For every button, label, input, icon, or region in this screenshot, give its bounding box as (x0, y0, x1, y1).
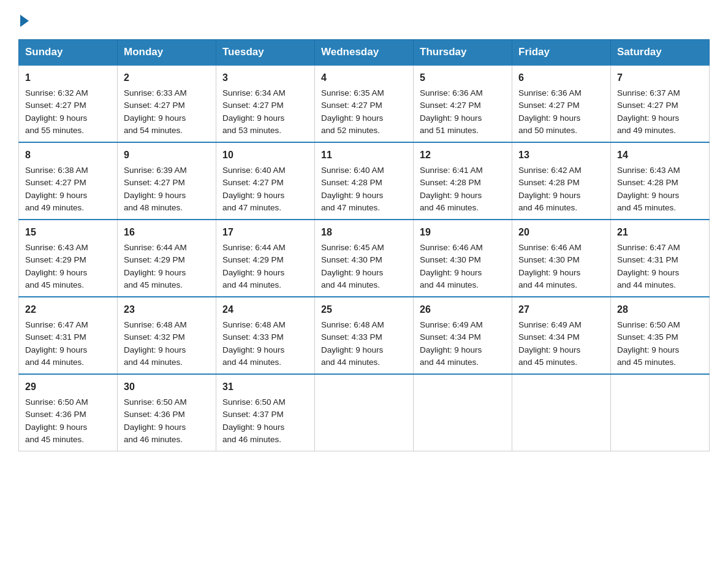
day-number: 21 (617, 225, 703, 240)
calendar-cell (315, 374, 414, 451)
calendar-cell: 24Sunrise: 6:48 AMSunset: 4:33 PMDayligh… (216, 297, 315, 374)
day-number: 13 (518, 148, 604, 163)
calendar-week-row: 29Sunrise: 6:50 AMSunset: 4:36 PMDayligh… (19, 374, 710, 451)
calendar-cell: 28Sunrise: 6:50 AMSunset: 4:35 PMDayligh… (611, 297, 710, 374)
day-number: 29 (25, 380, 111, 394)
day-number: 18 (321, 225, 407, 240)
calendar-cell: 18Sunrise: 6:45 AMSunset: 4:30 PMDayligh… (315, 220, 414, 297)
calendar-cell: 1Sunrise: 6:32 AMSunset: 4:27 PMDaylight… (19, 65, 118, 142)
calendar-week-row: 8Sunrise: 6:38 AMSunset: 4:27 PMDaylight… (19, 142, 710, 220)
calendar-cell: 29Sunrise: 6:50 AMSunset: 4:36 PMDayligh… (19, 374, 118, 451)
calendar-cell: 11Sunrise: 6:40 AMSunset: 4:28 PMDayligh… (315, 142, 414, 220)
page-header (18, 12, 710, 27)
calendar-cell (414, 374, 512, 451)
column-header-wednesday: Wednesday (315, 40, 414, 66)
calendar-cell: 3Sunrise: 6:34 AMSunset: 4:27 PMDaylight… (216, 65, 315, 142)
day-number: 7 (617, 71, 703, 85)
day-number: 5 (420, 71, 506, 85)
day-number: 11 (321, 148, 407, 163)
calendar-table: SundayMondayTuesdayWednesdayThursdayFrid… (18, 39, 710, 451)
day-number: 24 (222, 302, 308, 317)
calendar-week-row: 1Sunrise: 6:32 AMSunset: 4:27 PMDaylight… (19, 65, 710, 142)
column-header-saturday: Saturday (611, 40, 710, 66)
calendar-cell: 13Sunrise: 6:42 AMSunset: 4:28 PMDayligh… (512, 142, 611, 220)
calendar-cell: 21Sunrise: 6:47 AMSunset: 4:31 PMDayligh… (611, 220, 710, 297)
calendar-week-row: 22Sunrise: 6:47 AMSunset: 4:31 PMDayligh… (19, 297, 710, 374)
day-number: 27 (518, 302, 604, 317)
day-number: 23 (124, 302, 210, 317)
day-number: 4 (321, 71, 407, 85)
calendar-cell: 30Sunrise: 6:50 AMSunset: 4:36 PMDayligh… (118, 374, 216, 451)
calendar-cell: 6Sunrise: 6:36 AMSunset: 4:27 PMDaylight… (512, 65, 611, 142)
day-number: 16 (124, 225, 210, 240)
calendar-cell: 20Sunrise: 6:46 AMSunset: 4:30 PMDayligh… (512, 220, 611, 297)
column-header-monday: Monday (118, 40, 216, 66)
calendar-cell: 17Sunrise: 6:44 AMSunset: 4:29 PMDayligh… (216, 220, 315, 297)
calendar-cell: 26Sunrise: 6:49 AMSunset: 4:34 PMDayligh… (414, 297, 512, 374)
day-number: 30 (124, 380, 210, 394)
day-number: 6 (518, 71, 604, 85)
day-number: 1 (25, 71, 111, 85)
day-number: 8 (25, 148, 111, 163)
calendar-cell: 22Sunrise: 6:47 AMSunset: 4:31 PMDayligh… (19, 297, 118, 374)
calendar-cell: 5Sunrise: 6:36 AMSunset: 4:27 PMDaylight… (414, 65, 512, 142)
day-number: 19 (420, 225, 506, 240)
day-number: 15 (25, 225, 111, 240)
calendar-cell: 23Sunrise: 6:48 AMSunset: 4:32 PMDayligh… (118, 297, 216, 374)
logo (18, 12, 29, 27)
column-header-sunday: Sunday (19, 40, 118, 66)
calendar-header-row: SundayMondayTuesdayWednesdayThursdayFrid… (19, 40, 710, 66)
calendar-cell: 25Sunrise: 6:48 AMSunset: 4:33 PMDayligh… (315, 297, 414, 374)
day-number: 20 (518, 225, 604, 240)
column-header-friday: Friday (512, 40, 611, 66)
day-number: 25 (321, 302, 407, 317)
day-number: 2 (124, 71, 210, 85)
calendar-cell: 10Sunrise: 6:40 AMSunset: 4:27 PMDayligh… (216, 142, 315, 220)
calendar-cell (512, 374, 611, 451)
calendar-cell: 7Sunrise: 6:37 AMSunset: 4:27 PMDaylight… (611, 65, 710, 142)
column-header-tuesday: Tuesday (216, 40, 315, 66)
day-number: 10 (222, 148, 308, 163)
day-number: 28 (617, 302, 703, 317)
calendar-cell: 2Sunrise: 6:33 AMSunset: 4:27 PMDaylight… (118, 65, 216, 142)
calendar-cell: 19Sunrise: 6:46 AMSunset: 4:30 PMDayligh… (414, 220, 512, 297)
day-number: 31 (222, 380, 308, 394)
column-header-thursday: Thursday (414, 40, 512, 66)
calendar-cell: 15Sunrise: 6:43 AMSunset: 4:29 PMDayligh… (19, 220, 118, 297)
calendar-cell: 8Sunrise: 6:38 AMSunset: 4:27 PMDaylight… (19, 142, 118, 220)
day-number: 17 (222, 225, 308, 240)
calendar-cell (611, 374, 710, 451)
calendar-cell: 14Sunrise: 6:43 AMSunset: 4:28 PMDayligh… (611, 142, 710, 220)
calendar-cell: 27Sunrise: 6:49 AMSunset: 4:34 PMDayligh… (512, 297, 611, 374)
day-number: 3 (222, 71, 308, 85)
day-number: 9 (124, 148, 210, 163)
day-number: 22 (25, 302, 111, 317)
day-number: 12 (420, 148, 506, 163)
calendar-week-row: 15Sunrise: 6:43 AMSunset: 4:29 PMDayligh… (19, 220, 710, 297)
calendar-cell: 9Sunrise: 6:39 AMSunset: 4:27 PMDaylight… (118, 142, 216, 220)
day-number: 26 (420, 302, 506, 317)
calendar-cell: 12Sunrise: 6:41 AMSunset: 4:28 PMDayligh… (414, 142, 512, 220)
calendar-cell: 4Sunrise: 6:35 AMSunset: 4:27 PMDaylight… (315, 65, 414, 142)
day-number: 14 (617, 148, 703, 163)
calendar-cell: 16Sunrise: 6:44 AMSunset: 4:29 PMDayligh… (118, 220, 216, 297)
logo-arrow-icon (20, 15, 29, 27)
calendar-cell: 31Sunrise: 6:50 AMSunset: 4:37 PMDayligh… (216, 374, 315, 451)
